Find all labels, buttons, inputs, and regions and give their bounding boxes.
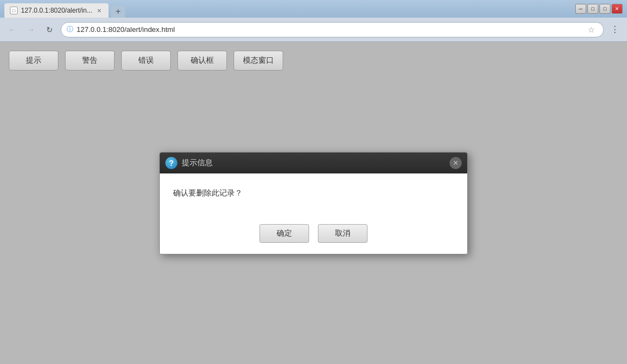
nav-bar: ← → ↻ ⓘ 127.0.0.1:8020/alert/index.html … — [0, 18, 627, 42]
url-text: 127.0.0.1:8020/alert/index.html — [77, 25, 581, 34]
dialog-question-icon: ? — [165, 157, 177, 169]
browser-menu-button[interactable]: ⋮ — [607, 22, 623, 37]
tab-bar: □ 127.0.0.1:8020/alert/in... ✕ + — [4, 0, 569, 18]
dialog-message: 确认要删除此记录？ — [173, 187, 454, 199]
forward-button[interactable]: → — [23, 22, 39, 37]
minimize-button[interactable]: ─ — [575, 4, 586, 14]
dialog-cancel-button[interactable]: 取消 — [318, 224, 367, 243]
dialog-title: 提示信息 — [182, 158, 445, 168]
bookmark-button[interactable]: ☆ — [585, 23, 598, 36]
dialog-close-button[interactable]: ✕ — [450, 157, 462, 169]
dialog-overlay: ? 提示信息 ✕ 确认要删除此记录？ 确定 取消 — [0, 42, 627, 364]
dialog-footer: 确定 取消 — [160, 218, 467, 254]
restore-button[interactable]: □ — [587, 4, 598, 14]
lock-icon: ⓘ — [67, 25, 73, 34]
active-tab[interactable]: □ 127.0.0.1:8020/alert/in... ✕ — [4, 3, 109, 18]
refresh-button[interactable]: ↻ — [42, 22, 57, 37]
maximize-button[interactable]: □ — [599, 4, 610, 14]
tab-favicon: □ — [10, 7, 18, 14]
page-content: 提示 警告 错误 确认框 模态窗口 ? 提示信息 ✕ 确认要删除此记录？ — [0, 42, 627, 364]
close-button[interactable]: ✕ — [612, 4, 623, 14]
dialog-confirm-button[interactable]: 确定 — [260, 224, 309, 243]
dialog-body: 确认要删除此记录？ — [160, 173, 467, 218]
back-button[interactable]: ← — [4, 22, 20, 37]
tab-label: 127.0.0.1:8020/alert/in... — [21, 7, 92, 14]
address-bar[interactable]: ⓘ 127.0.0.1:8020/alert/index.html ☆ — [61, 22, 604, 37]
dialog-box: ? 提示信息 ✕ 确认要删除此记录？ 确定 取消 — [159, 152, 468, 254]
title-bar: □ 127.0.0.1:8020/alert/in... ✕ + ─ □ □ ✕ — [0, 0, 627, 18]
tab-close-button[interactable]: ✕ — [95, 7, 103, 14]
dialog-header: ? 提示信息 ✕ — [160, 153, 467, 173]
browser-window: □ 127.0.0.1:8020/alert/in... ✕ + ─ □ □ ✕… — [0, 0, 627, 364]
window-controls: ─ □ □ ✕ — [575, 4, 623, 14]
new-tab-button[interactable]: + — [111, 6, 125, 18]
